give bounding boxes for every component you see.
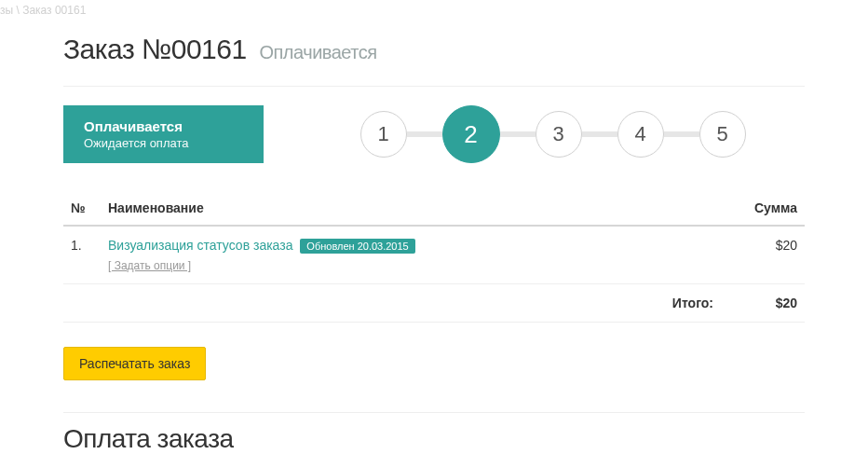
divider: [63, 86, 805, 87]
updated-badge: Обновлен 20.03.2015: [300, 239, 414, 254]
status-box: Оплачивается Ожидается оплата: [63, 105, 264, 163]
th-num: №: [63, 191, 101, 226]
status-main: Оплачивается: [84, 118, 243, 134]
table-row: 1. Визуализация статусов заказа Обновлен…: [63, 226, 805, 284]
step-5[interactable]: 5: [699, 111, 746, 158]
step-connector: [664, 131, 699, 137]
set-options-link[interactable]: [ Задать опции ]: [108, 259, 713, 272]
breadcrumb[interactable]: зы \ Заказ 00161: [0, 0, 868, 17]
th-sum: Сумма: [721, 191, 805, 226]
cell-num: 1.: [63, 226, 101, 284]
totals-row: Итого: $20: [63, 284, 805, 323]
status-row: Оплачивается Ожидается оплата 1 2 3 4 5: [63, 105, 805, 163]
step-connector: [407, 131, 442, 137]
page-title: Заказ №00161 Оплачивается: [63, 34, 805, 65]
cell-sum: $20: [721, 226, 805, 284]
payment-section-title: Оплата заказа: [63, 412, 805, 454]
status-sub: Ожидается оплата: [84, 136, 243, 150]
step-1[interactable]: 1: [360, 111, 407, 158]
th-name: Наименование: [101, 191, 721, 226]
title-status: Оплачивается: [259, 42, 376, 62]
total-label: Итого:: [101, 284, 721, 323]
cell-name: Визуализация статусов заказа Обновлен 20…: [101, 226, 721, 284]
total-value: $20: [721, 284, 805, 323]
title-main: Заказ №00161: [63, 34, 247, 64]
step-4[interactable]: 4: [617, 111, 664, 158]
step-progress: 1 2 3 4 5: [264, 105, 805, 163]
order-table: № Наименование Сумма 1. Визуализация ста…: [63, 191, 805, 323]
print-button[interactable]: Распечатать заказ: [63, 347, 206, 380]
step-connector: [582, 131, 617, 137]
step-3[interactable]: 3: [536, 111, 582, 158]
step-2[interactable]: 2: [442, 105, 500, 163]
page-content: Заказ №00161 Оплачивается Оплачивается О…: [0, 17, 868, 454]
item-link[interactable]: Визуализация статусов заказа: [108, 238, 292, 253]
step-connector: [500, 131, 536, 137]
